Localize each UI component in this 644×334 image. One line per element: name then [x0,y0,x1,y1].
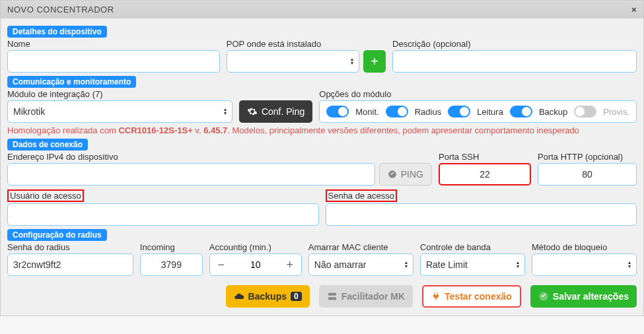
label-pop: POP onde está instalado [227,39,386,49]
plug-icon [431,292,441,301]
section-radius: Configuração do radius Senha do radius I… [7,228,637,276]
label-mac: Amarrar MAC cliente [308,242,413,252]
label-ssh: Porta SSH [439,152,531,162]
module-value: Mikrotik [13,106,45,117]
chevron-updown-icon [517,261,519,269]
pop-select[interactable] [227,50,359,73]
save-label: Salvar alterações [553,291,629,302]
backups-count: 0 [291,292,302,301]
name-input[interactable] [7,50,220,73]
plus-icon[interactable]: + [279,254,301,275]
section-comm: Comunicação e monitoramento Módulo de in… [7,75,637,135]
label-pass: Senha de acesso [326,189,397,202]
server-icon [327,291,338,302]
chevron-updown-icon [351,57,353,65]
backups-label: Backups [248,291,287,302]
facilitador-label: Facilitador MK [341,291,405,302]
backups-button[interactable]: Backups 0 [226,285,310,308]
toggle-monit[interactable] [326,106,349,117]
ipv4-input[interactable] [7,163,375,185]
svg-rect-1 [328,293,336,296]
label-http: Porta HTTP (opcional) [538,152,637,162]
plus-icon: + [371,54,378,69]
conf-ping-label: Conf. Ping [262,106,304,117]
block-select[interactable] [532,253,637,276]
label-desc: Descrição (opcional) [392,39,637,49]
band-select[interactable]: Rate Limit [420,253,525,276]
radius-secret-input[interactable] [7,253,133,276]
section-device: Detalhes do dispositivo Nome POP onde es… [7,25,637,73]
facilitador-button[interactable]: Facilitador MK [319,285,413,308]
acct-value: 10 [233,259,279,270]
conf-ping-button[interactable]: Conf. Ping [239,100,312,123]
test-label: Testar conexão [445,291,512,302]
toggle-monit-label: Monit. [355,107,378,117]
test-connection-button[interactable]: Testar conexão [422,285,521,308]
mac-select[interactable]: Não amarrar [308,253,413,276]
homolog-warning: Homologação realizada com CCR1016-12S-1S… [7,125,637,135]
check-circle-icon [388,170,397,179]
label-module: Módulo de integração (7) [7,89,233,99]
section-conn: Dados de conexão Endereço IPv4 do dispos… [7,138,637,226]
label-acct: Accountig (min.) [209,242,302,252]
modal-body: Detalhes do dispositivo Nome POP onde es… [1,18,643,316]
label-options: Opções do módulo [319,89,637,99]
user-input[interactable] [7,203,319,226]
legend-comm: Comunicação e monitoramento [7,76,136,88]
module-select[interactable]: Mikrotik [7,100,233,123]
label-ipv4: Endereço IPv4 do dispositivo [7,152,432,162]
modal-header: NOVO CONCENTRADOR × [1,1,643,18]
toggle-backup-label: Backup [539,107,567,117]
legend-device: Detalhes do dispositivo [7,26,107,38]
close-icon[interactable]: × [631,5,637,15]
ssh-port-input[interactable] [439,163,531,185]
footer: Backups 0 Facilitador MK Testar conexão … [7,285,637,308]
modal: NOVO CONCENTRADOR × Detalhes do disposit… [0,0,644,316]
label-block: Método de bloqueio [532,242,637,252]
label-secret: Senha do radius [7,242,133,252]
ping-button[interactable]: PING [379,163,432,185]
pass-input[interactable] [326,203,637,226]
label-incoming: Incoming [140,242,203,252]
chevron-updown-icon [405,261,408,269]
toggle-backup[interactable] [510,106,532,117]
add-pop-button[interactable]: + [363,50,386,73]
toggle-radius-label: Radius [415,107,441,117]
label-name: Nome [7,39,220,49]
toggle-radius[interactable] [386,106,408,117]
desc-input[interactable] [392,50,637,73]
legend-radius: Configuração do radius [7,229,107,241]
toggle-leitura[interactable] [448,106,470,117]
cloud-icon [234,291,244,302]
check-circle-icon [538,291,549,302]
toggle-provis-label: Provis. [603,107,629,117]
module-options: Monit. Radius Leitura Backup Provis. [319,100,637,123]
toggle-leitura-label: Leitura [477,107,503,117]
incoming-input[interactable] [140,253,203,276]
legend-conn: Dados de conexão [7,139,88,150]
save-button[interactable]: Salvar alterações [530,285,637,308]
label-user: Usuário de acesso [7,189,84,202]
chevron-updown-icon [628,261,631,269]
acct-stepper[interactable]: − 10 + [209,253,302,276]
chevron-updown-icon [224,108,227,116]
ping-label: PING [401,169,423,180]
gear-icon [247,106,258,117]
http-port-input[interactable] [538,163,637,185]
label-band: Controle de banda [420,242,525,252]
svg-rect-2 [328,297,336,300]
toggle-provis[interactable] [574,106,596,117]
minus-icon[interactable]: − [210,254,233,275]
modal-title: NOVO CONCENTRADOR [7,5,114,15]
